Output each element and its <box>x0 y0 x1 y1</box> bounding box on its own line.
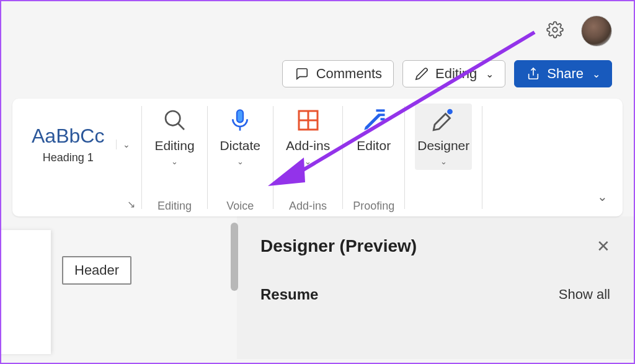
chevron-down-icon: ⌄ <box>440 157 447 166</box>
chevron-down-icon: ⌄ <box>304 157 311 166</box>
ribbon: AaBbCc Heading 1 ⌄ ↘ Editing ⌄ Editing <box>12 99 623 216</box>
search-icon <box>162 107 188 133</box>
chevron-down-icon: ⌄ <box>592 68 600 80</box>
close-icon[interactable]: ✕ <box>597 237 610 256</box>
avatar[interactable] <box>581 16 612 47</box>
group-label-addins: Add-ins <box>289 192 327 213</box>
header-section-tag[interactable]: Header <box>62 256 131 285</box>
pen-lines-icon <box>361 107 387 133</box>
svg-rect-3 <box>237 110 243 122</box>
share-label: Share <box>547 66 584 82</box>
document-area: Header <box>1 216 237 359</box>
styles-gallery: AaBbCc Heading 1 ⌄ ↘ <box>12 99 141 216</box>
style-name: Heading 1 <box>32 151 104 164</box>
ribbon-group-designer: Designer ⌄ <box>405 99 482 216</box>
svg-point-0 <box>553 27 557 32</box>
designer-pane: Designer (Preview) ✕ Resume Show all <box>237 216 634 359</box>
svg-line-2 <box>178 123 184 130</box>
collapse-ribbon-icon[interactable]: ⌄ <box>597 189 608 204</box>
dictate-button[interactable]: Dictate ⌄ <box>218 104 263 170</box>
brush-icon <box>430 107 456 133</box>
section-resume: Resume <box>260 286 318 303</box>
designer-button[interactable]: Designer ⌄ <box>415 104 472 170</box>
dialog-launcher-icon[interactable]: ↘ <box>127 198 135 210</box>
chevron-down-icon: ⌄ <box>486 68 494 80</box>
chevron-down-icon: ⌄ <box>171 157 178 166</box>
editing-mode-label: Editing <box>435 66 477 82</box>
style-preview: AaBbCc <box>32 125 104 148</box>
grid-icon <box>295 107 321 133</box>
editing-button[interactable]: Editing ⌄ <box>152 104 197 170</box>
editing-mode-button[interactable]: Editing ⌄ <box>402 60 505 87</box>
group-label-voice: Voice <box>226 192 254 213</box>
microphone-icon <box>227 107 253 133</box>
ribbon-group-proofing: Editor Proofing <box>343 99 404 216</box>
svg-point-1 <box>166 111 180 125</box>
gear-icon[interactable] <box>546 21 564 41</box>
addins-button[interactable]: Add-ins ⌄ <box>283 104 332 170</box>
styles-dropdown[interactable]: ⌄ <box>116 140 136 149</box>
svg-point-11 <box>447 109 453 115</box>
ribbon-group-voice: Dictate ⌄ Voice <box>208 99 273 216</box>
group-label-proofing: Proofing <box>353 192 394 213</box>
pane-title: Designer (Preview) <box>260 236 417 256</box>
ribbon-group-editing: Editing ⌄ Editing <box>142 99 206 216</box>
share-button[interactable]: Share ⌄ <box>514 60 612 87</box>
page-edge <box>0 230 51 354</box>
show-all-link[interactable]: Show all <box>559 286 610 303</box>
style-heading-1[interactable]: AaBbCc Heading 1 <box>20 118 116 171</box>
comments-button[interactable]: Comments <box>282 60 394 87</box>
vertical-scrollbar[interactable] <box>231 223 238 291</box>
editor-button[interactable]: Editor <box>354 104 393 157</box>
chevron-down-icon: ⌄ <box>237 157 244 166</box>
comments-label: Comments <box>316 66 382 82</box>
group-label-editing: Editing <box>158 192 192 213</box>
ribbon-group-addins: Add-ins ⌄ Add-ins <box>273 99 342 216</box>
